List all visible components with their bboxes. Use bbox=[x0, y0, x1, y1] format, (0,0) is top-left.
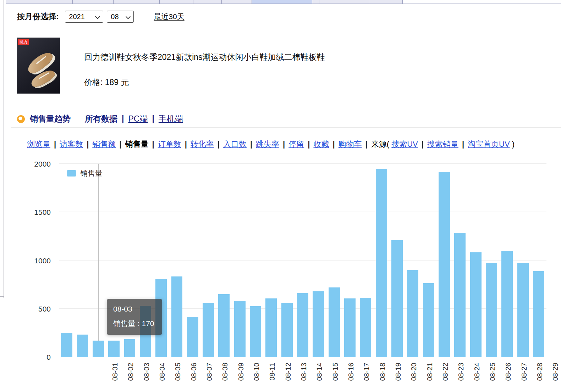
bar-08-12[interactable] bbox=[232, 164, 248, 357]
bar[interactable] bbox=[376, 169, 387, 357]
bar-08-30[interactable] bbox=[515, 164, 531, 357]
bar[interactable] bbox=[297, 293, 308, 357]
bar[interactable] bbox=[218, 294, 230, 357]
bar[interactable] bbox=[313, 291, 324, 357]
bar[interactable] bbox=[470, 252, 482, 357]
bar-08-31[interactable] bbox=[531, 164, 546, 357]
metric-link-selected-3[interactable]: 销售量 bbox=[125, 140, 148, 149]
metric-link-4[interactable]: 订单数 bbox=[158, 140, 181, 149]
bar-08-19[interactable] bbox=[342, 164, 358, 357]
bar[interactable] bbox=[486, 263, 497, 357]
month-select[interactable]: 08 bbox=[107, 11, 134, 23]
metric-link-8[interactable]: 停留 bbox=[288, 140, 304, 149]
metric-link-6[interactable]: 入口数 bbox=[223, 140, 247, 149]
bar-08-28[interactable] bbox=[484, 164, 499, 357]
bar-08-29[interactable] bbox=[499, 164, 515, 357]
source-link-2[interactable]: 淘宝首页UV bbox=[468, 140, 510, 149]
separator: | bbox=[87, 140, 89, 149]
bar[interactable] bbox=[517, 263, 529, 357]
x-axis-label: 08-18 bbox=[378, 363, 386, 381]
bar-08-21[interactable] bbox=[374, 164, 389, 357]
x-slot: 08-20 bbox=[406, 357, 422, 386]
top-tab-1[interactable] bbox=[6, 0, 73, 4]
mobile-tab[interactable]: 手机端 bbox=[159, 113, 183, 124]
top-tab-5[interactable] bbox=[193, 0, 222, 4]
bar-08-09[interactable] bbox=[185, 164, 200, 357]
top-tab-active[interactable] bbox=[252, 0, 312, 4]
bar[interactable] bbox=[187, 317, 198, 357]
bar[interactable] bbox=[344, 298, 356, 357]
x-slot: 08-02 bbox=[123, 357, 138, 386]
bar-08-26[interactable] bbox=[452, 164, 468, 357]
separator: | bbox=[119, 140, 121, 149]
metric-link-0[interactable]: 浏览量 bbox=[27, 140, 50, 149]
bar-08-25[interactable] bbox=[436, 164, 452, 357]
top-tab-9[interactable] bbox=[369, 0, 403, 4]
bar[interactable] bbox=[407, 270, 418, 357]
bar[interactable] bbox=[329, 287, 340, 357]
bar-08-11[interactable] bbox=[216, 164, 232, 357]
product-image[interactable]: 回力 bbox=[17, 38, 60, 94]
bar-08-23[interactable] bbox=[405, 164, 420, 357]
source-link-0[interactable]: 搜索UV bbox=[391, 140, 418, 149]
metric-link-5[interactable]: 转化率 bbox=[191, 140, 214, 149]
x-axis-label: 08-23 bbox=[457, 363, 465, 381]
bar[interactable] bbox=[203, 303, 214, 357]
metric-link-1[interactable]: 访客数 bbox=[60, 140, 83, 149]
pc-tab[interactable]: PC端 bbox=[128, 113, 148, 124]
bar[interactable] bbox=[439, 172, 450, 357]
bar-08-08[interactable] bbox=[169, 164, 185, 357]
bar[interactable] bbox=[93, 341, 104, 357]
top-tab-7[interactable] bbox=[312, 0, 319, 4]
bar[interactable] bbox=[281, 303, 293, 357]
all-data-tab[interactable]: 所有数据 bbox=[85, 113, 117, 124]
bar-08-20[interactable] bbox=[358, 164, 373, 357]
bar[interactable] bbox=[454, 233, 466, 357]
y-axis: 0500100015002000 bbox=[11, 164, 51, 357]
separator: | bbox=[422, 140, 424, 149]
x-slot: 08-25 bbox=[485, 357, 500, 386]
bar-08-27[interactable] bbox=[468, 164, 484, 357]
top-tab-2[interactable] bbox=[73, 0, 114, 4]
bar[interactable] bbox=[391, 240, 403, 357]
bar[interactable] bbox=[234, 301, 246, 357]
top-tab-8[interactable] bbox=[319, 0, 369, 4]
year-select[interactable]: 2021 bbox=[65, 11, 103, 23]
bar[interactable] bbox=[171, 276, 183, 357]
bar-08-24[interactable] bbox=[421, 164, 436, 357]
bar[interactable] bbox=[61, 333, 72, 357]
top-tab-3[interactable] bbox=[114, 0, 160, 4]
source-link-1[interactable]: 搜索销量 bbox=[427, 140, 458, 149]
bar-08-16[interactable] bbox=[295, 164, 310, 357]
bar[interactable] bbox=[265, 298, 277, 357]
chart-legend[interactable]: 销售量 bbox=[67, 168, 103, 178]
bar[interactable] bbox=[533, 271, 544, 357]
bar[interactable] bbox=[250, 306, 261, 357]
bar-08-15[interactable] bbox=[279, 164, 295, 357]
bar[interactable] bbox=[108, 341, 120, 357]
bar[interactable] bbox=[77, 335, 88, 357]
recent-30-days-link[interactable]: 最近30天 bbox=[154, 12, 184, 22]
bar-08-18[interactable] bbox=[326, 164, 342, 357]
metric-link-7[interactable]: 跳失率 bbox=[256, 140, 279, 149]
bar[interactable] bbox=[124, 339, 136, 357]
metric-link-2[interactable]: 销售额 bbox=[92, 140, 116, 149]
bar[interactable] bbox=[360, 298, 371, 357]
bar-08-13[interactable] bbox=[248, 164, 263, 357]
bar-08-22[interactable] bbox=[389, 164, 405, 357]
y-axis-label: 2000 bbox=[11, 159, 51, 169]
top-tab-4[interactable] bbox=[160, 0, 193, 4]
bar[interactable] bbox=[501, 251, 513, 357]
bar-08-03[interactable] bbox=[90, 164, 106, 357]
bar-08-17[interactable] bbox=[310, 164, 326, 357]
section-title: 销售量趋势 bbox=[30, 113, 71, 124]
bar-08-14[interactable] bbox=[263, 164, 279, 357]
bar-08-10[interactable] bbox=[200, 164, 216, 357]
metric-link-10[interactable]: 购物车 bbox=[339, 140, 362, 149]
metric-link-9[interactable]: 收藏 bbox=[313, 140, 329, 149]
x-axis-label: 08-01 bbox=[111, 363, 119, 381]
top-tab-6[interactable] bbox=[222, 0, 252, 4]
bar-08-02[interactable] bbox=[75, 164, 90, 357]
bar-08-01[interactable] bbox=[59, 164, 75, 357]
bar[interactable] bbox=[423, 283, 434, 357]
